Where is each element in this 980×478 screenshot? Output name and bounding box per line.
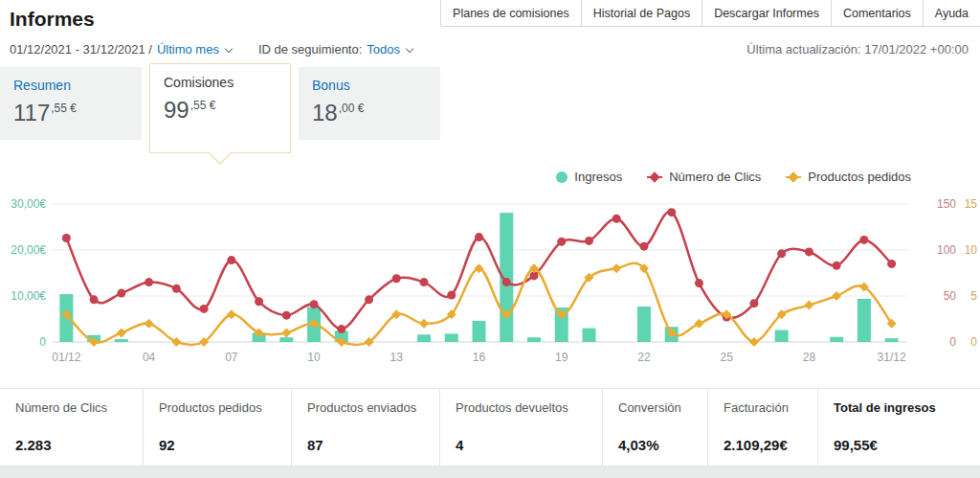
svg-text:19: 19: [555, 351, 568, 364]
svg-text:15: 15: [965, 197, 978, 211]
svg-text:0: 0: [970, 335, 977, 349]
download-reports-button[interactable]: Descargar Informes: [702, 0, 832, 26]
summary-tabs: Resumen 117,55 € Comisiones 99,55 € Bonu…: [0, 67, 440, 157]
tab-label: Resumen: [13, 78, 128, 93]
svg-text:16: 16: [473, 351, 486, 364]
svg-text:07: 07: [225, 351, 238, 364]
page-footer-strip: [0, 467, 980, 478]
tab-bonus[interactable]: Bonus 18,00 €: [299, 67, 440, 140]
svg-text:150: 150: [937, 197, 956, 211]
help-button[interactable]: Ayuda: [924, 0, 980, 26]
page-title: Informes: [10, 8, 95, 31]
legend-item-productos[interactable]: Productos pedidos: [786, 170, 911, 184]
feedback-button[interactable]: Comentarios: [832, 0, 924, 26]
svg-text:10: 10: [965, 243, 978, 257]
svg-text:50: 50: [944, 289, 957, 303]
svg-text:0: 0: [949, 335, 956, 349]
svg-text:01/12: 01/12: [52, 351, 80, 364]
diamond-marker-icon: [786, 171, 801, 182]
summary-cell-pedidos: Productos pedidos92: [144, 389, 292, 466]
svg-text:5: 5: [970, 289, 977, 303]
svg-text:10,00€: 10,00€: [11, 289, 46, 303]
filters-bar: 01/12/2021 - 31/12/2021 / Último mes ID …: [10, 42, 969, 57]
earnings-chart: Ingresos Número de Clics Productos pedid…: [0, 158, 980, 386]
summary-cell-total-ingresos: Total de ingresos99,55€: [818, 389, 980, 466]
legend-item-clics[interactable]: Número de Clics: [647, 170, 761, 184]
legend-label: Ingresos: [574, 170, 622, 184]
svg-text:04: 04: [143, 351, 156, 364]
svg-text:25: 25: [720, 351, 733, 364]
chart-legend: Ingresos Número de Clics Productos pedid…: [556, 170, 911, 184]
svg-text:100: 100: [937, 243, 956, 257]
chevron-down-icon[interactable]: [225, 44, 233, 52]
svg-text:20,00€: 20,00€: [11, 243, 46, 257]
tracking-id-dropdown[interactable]: Todos: [367, 42, 400, 57]
chevron-down-icon[interactable]: [406, 44, 413, 52]
legend-label: Productos pedidos: [808, 170, 911, 184]
summary-cell-conversion: Conversión4,03%: [603, 389, 708, 466]
date-range-text: 01/12/2021 - 31/12/2021 /: [10, 42, 152, 57]
legend-label: Número de Clics: [669, 170, 761, 184]
svg-text:30,00€: 30,00€: [11, 197, 46, 211]
summary-cell-devueltos: Productos devueltos4: [440, 389, 603, 466]
summary-cell-clics: Número de Clics2.283: [0, 389, 144, 466]
toolbar: Planes de comisiones Historial de Pagos …: [440, 0, 980, 27]
tab-label: Bonus: [312, 78, 427, 93]
svg-text:0: 0: [39, 335, 46, 349]
tab-comisiones[interactable]: Comisiones 99,55 €: [149, 63, 291, 153]
svg-text:22: 22: [637, 351, 651, 364]
summary-table: Número de Clics2.283 Productos pedidos92…: [0, 388, 980, 467]
svg-text:31/12: 31/12: [878, 351, 906, 364]
commission-plans-button[interactable]: Planes de comisiones: [441, 0, 582, 26]
summary-cell-enviados: Productos enviados87: [292, 389, 440, 466]
summary-cell-facturacion: Facturación2.109,29€: [708, 389, 818, 466]
legend-item-ingresos[interactable]: Ingresos: [556, 170, 622, 184]
diamond-marker-icon: [647, 171, 662, 182]
tab-resumen[interactable]: Resumen 117,55 €: [0, 67, 142, 140]
tab-value: 99,55 €: [164, 97, 277, 124]
last-update-text: Última actualización: 17/01/2022 +00:00: [746, 42, 969, 57]
combo-chart-canvas[interactable]: 30,00€20,00€10,00€015010050015105001/120…: [0, 158, 980, 386]
circle-marker-icon: [556, 171, 568, 183]
tab-value: 18,00 €: [312, 100, 427, 126]
tracking-id-label: ID de seguimiento:: [258, 42, 362, 57]
svg-text:10: 10: [307, 351, 321, 364]
tab-label: Comisiones: [164, 75, 277, 90]
date-preset-dropdown[interactable]: Último mes: [157, 42, 219, 57]
tab-value: 117,55 €: [13, 100, 128, 126]
payment-history-button[interactable]: Historial de Pagos: [582, 0, 702, 26]
svg-text:28: 28: [803, 351, 816, 364]
svg-text:13: 13: [390, 351, 404, 364]
